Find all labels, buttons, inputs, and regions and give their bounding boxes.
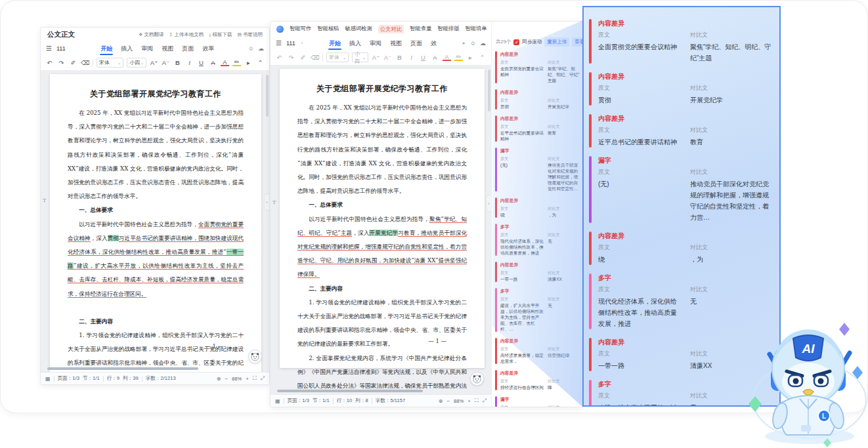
pane-collapse-handle[interactable]: ‹: [486, 195, 491, 212]
fit-page-icon[interactable]: ⛶: [475, 397, 479, 404]
vertical-scrollbar[interactable]: [266, 75, 269, 117]
format-painter-icon[interactable]: ✐: [69, 59, 77, 66]
reupload-button[interactable]: 重新上传: [544, 37, 569, 47]
increase-font-icon[interactable]: A⁺: [150, 59, 158, 66]
ribbon-tab[interactable]: 审阅: [369, 37, 382, 49]
smart-menu-item[interactable]: 公文对比: [378, 25, 404, 33]
sync-scroll-checkbox[interactable]: ✓: [513, 39, 519, 45]
pane-collapse-handle[interactable]: ‹: [264, 193, 269, 211]
document-name[interactable]: 111: [56, 45, 66, 52]
zoom-out-icon[interactable]: −: [446, 398, 450, 404]
bold-icon[interactable]: B: [173, 59, 182, 66]
highlight-icon[interactable]: ✏: [454, 54, 463, 61]
ribbon-tab[interactable]: 审阅: [141, 43, 154, 54]
diff-card[interactable]: 内容差异 原文 近平总书记的重要讲话精神 对比文 教育: [589, 114, 774, 148]
sync-scroll-label[interactable]: 同步滚动: [522, 39, 542, 45]
left-document-page[interactable]: 关于党组部署开展党纪学习教育工作 在 2025 年，XX 党组以习近平新时代中国…: [50, 74, 261, 372]
collapse-ribbon-icon[interactable]: ⌃: [478, 54, 487, 61]
ribbon-tab[interactable]: 插入: [349, 37, 362, 49]
underline-icon[interactable]: U: [419, 54, 427, 61]
collapse-ribbon-icon[interactable]: ⌃: [256, 59, 265, 66]
italic-icon[interactable]: I: [185, 59, 194, 66]
smart-menu-item[interactable]: 智能查重: [410, 25, 431, 33]
zoom-level[interactable]: 88%: [232, 376, 242, 382]
view-grid-icon[interactable]: ▦: [45, 376, 51, 382]
ribbon-tab[interactable]: 效: [430, 37, 437, 49]
redo-icon[interactable]: ↷: [57, 59, 66, 66]
ribbon-tab[interactable]: 页面: [410, 37, 423, 49]
cloud-sync-icon[interactable]: ☁: [258, 45, 264, 52]
cloud-sync-icon[interactable]: ☁: [480, 40, 486, 47]
more-tools-icon[interactable]: ▸: [244, 59, 253, 66]
font-name-select[interactable]: 宋体⌄: [97, 58, 123, 68]
assistant-fab[interactable]: [248, 350, 262, 363]
diff-card[interactable]: 内容差异 原文 高经济发展质量，稳定总需求， 对比文 供坚强纪律: [495, 338, 582, 364]
diff-card[interactable]: 漏字 原文 (无) 对比文 发: [495, 396, 582, 407]
font-size-select[interactable]: 小四⌄: [352, 52, 368, 62]
hamburger-menu-icon[interactable]: ☰: [46, 45, 52, 52]
vertical-scrollbar[interactable]: [488, 70, 490, 112]
strikethrough-icon[interactable]: A: [431, 54, 439, 61]
header-link[interactable]: ❖文档翻译: [139, 31, 163, 38]
italic-icon[interactable]: I: [407, 54, 416, 61]
font-color-icon[interactable]: A: [443, 54, 451, 61]
header-link[interactable]: ▤书签说明: [237, 31, 263, 38]
highlight-icon[interactable]: ✏: [232, 59, 241, 66]
fullscreen-icon[interactable]: ⤢: [483, 397, 487, 404]
right-document-page[interactable]: 关于党组部署开展党纪学习教育工作 在 2025 年，XX 党组以习近平新时代中国…: [280, 69, 485, 368]
smart-menu-item[interactable]: 智能填单: [465, 25, 487, 33]
app-logo-icon[interactable]: [276, 26, 284, 33]
fullscreen-icon[interactable]: ⤢: [261, 375, 265, 382]
decrease-font-icon[interactable]: A⁻: [162, 59, 170, 66]
tab-scroll-right-icon[interactable]: ▸: [463, 40, 466, 46]
ribbon-tab[interactable]: 开始: [328, 37, 341, 49]
diff-card[interactable]: 多字 原文 现代化经济体系，深化供给侧结构性改革，推动高质量发展，推进 对比文 …: [589, 274, 774, 329]
decrease-font-icon[interactable]: A⁻: [383, 54, 392, 61]
diff-card[interactable]: 内容差异 原文 一带一路 对比文 清廉XX: [495, 262, 582, 282]
assistant-icon[interactable]: ☺: [470, 40, 476, 47]
diff-card[interactable]: 内容差异 原文 一带一路 对比文 清廉XX: [589, 338, 774, 371]
diff-card[interactable]: 内容差异 原文 全面贯彻党的重要会议精神 对比文 聚焦“学纪、知纪、明纪、守纪”…: [495, 51, 582, 83]
horizontal-scrollbar[interactable]: [277, 390, 423, 392]
undo-icon[interactable]: ↶: [45, 59, 54, 66]
smart-menu-item[interactable]: 敏感词检测: [345, 25, 372, 33]
language-icon[interactable]: ⊕: [439, 398, 443, 404]
strikethrough-icon[interactable]: A: [209, 59, 217, 66]
ribbon-tab[interactable]: 视图: [389, 37, 402, 49]
zoom-out-icon[interactable]: −: [225, 376, 228, 382]
assistant-fab[interactable]: [470, 372, 484, 386]
diff-card[interactable]: 漏字 原文 (无) 对比文 推动党员干部深化对党纪党规的理解和把握，增强遵规守纪…: [589, 156, 774, 223]
diff-card[interactable]: 内容差异 原文 持经济运行在合理区间 对比文 障: [495, 370, 582, 390]
diff-card[interactable]: 内容差异 原文 全面贯彻党的重要会议精神 对比文 聚焦“学纪、知纪、明纪、守纪”…: [589, 19, 774, 64]
font-size-select[interactable]: 小四⌄: [127, 58, 146, 68]
language-icon[interactable]: ⊕: [217, 376, 221, 382]
smart-menu-item[interactable]: 智能排版: [437, 25, 459, 33]
diff-card[interactable]: 内容差异 原文 贯彻 对比文 开展党纪学: [495, 89, 582, 110]
ai-mascot[interactable]: AI L: [747, 303, 868, 448]
more-tools-icon[interactable]: ▸: [466, 54, 475, 61]
fit-page-icon[interactable]: ⛶: [253, 375, 257, 382]
diff-card[interactable]: 内容差异 原文 近平总书记的重要讲话精神 对比文 教育: [495, 115, 582, 142]
tab-scroll-left-icon[interactable]: ‹: [301, 40, 303, 46]
font-color-icon[interactable]: A: [221, 59, 229, 66]
redo-icon[interactable]: ↷: [287, 54, 295, 61]
underline-icon[interactable]: U: [197, 59, 206, 66]
diff-card[interactable]: 多字 原文 建设，扩大高水平开放，以供给侧结构性改革为主线，坚持去产能、去库存、…: [495, 288, 582, 332]
diff-card[interactable]: 内容差异 原文 贯彻 对比文 开展党纪学: [589, 72, 774, 106]
ribbon-tab[interactable]: 视图: [161, 43, 174, 54]
clear-format-icon[interactable]: ⌫: [81, 59, 89, 66]
hamburger-menu-icon[interactable]: ☰: [276, 39, 282, 47]
horizontal-scrollbar[interactable]: [47, 367, 198, 370]
ribbon-tab[interactable]: 插入: [120, 43, 133, 54]
diff-card[interactable]: 漏字 原文 (无) 对比文 推动党员干部深化对党纪党规的理解和把握，增强遵规守纪…: [495, 148, 582, 192]
bold-icon[interactable]: B: [395, 54, 404, 61]
ribbon-tab[interactable]: 效率: [202, 43, 215, 54]
zoom-level[interactable]: 88%: [454, 398, 464, 404]
smart-menu-item[interactable]: 智能核稿: [317, 25, 339, 33]
increase-font-icon[interactable]: A⁺: [372, 54, 380, 61]
ribbon-tab[interactable]: 页面: [181, 43, 194, 54]
format-painter-icon[interactable]: ✐: [299, 54, 307, 61]
smart-menu-item[interactable]: 智能写作: [290, 25, 311, 33]
undo-icon[interactable]: ↶: [275, 54, 284, 61]
header-link[interactable]: ⤓模板下载: [209, 31, 232, 38]
